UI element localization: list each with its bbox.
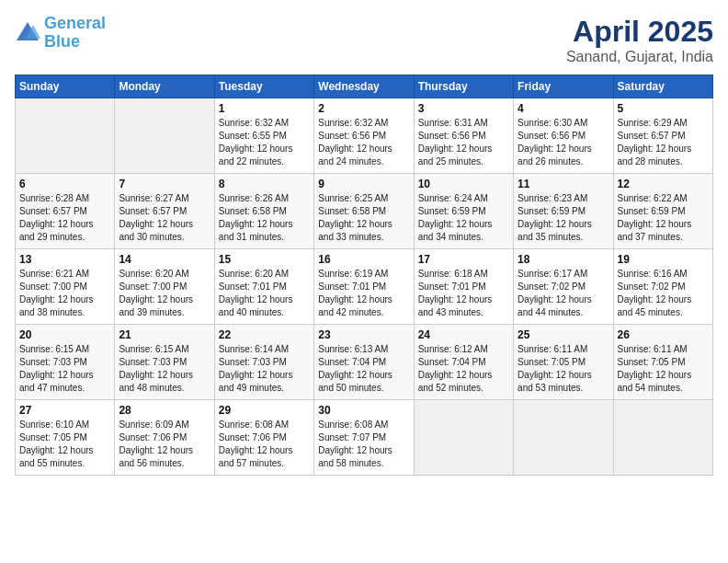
cell-detail: Sunrise: 6:29 AMSunset: 6:57 PMDaylight:… [618, 117, 709, 168]
calendar-table: SundayMondayTuesdayWednesdayThursdayFrid… [15, 75, 713, 476]
cell-detail: Sunrise: 6:31 AMSunset: 6:56 PMDaylight:… [418, 117, 509, 168]
calendar-title: April 2025 [566, 15, 713, 49]
cell-detail: Sunrise: 6:14 AMSunset: 7:03 PMDaylight:… [219, 343, 310, 395]
logo: General Blue [15, 15, 106, 52]
cell-day-number: 22 [219, 328, 310, 341]
calendar-cell: 11Sunrise: 6:23 AMSunset: 6:59 PMDayligh… [514, 174, 613, 249]
calendar-cell: 19Sunrise: 6:16 AMSunset: 7:02 PMDayligh… [613, 249, 712, 325]
page-header: General Blue April 2025 Sanand, Gujarat,… [15, 15, 713, 65]
cell-day-number: 6 [19, 178, 110, 190]
cell-detail: Sunrise: 6:28 AMSunset: 6:57 PMDaylight:… [19, 192, 110, 244]
header-row: SundayMondayTuesdayWednesdayThursdayFrid… [16, 75, 713, 98]
cell-detail: Sunrise: 6:32 AMSunset: 6:56 PMDaylight:… [318, 117, 409, 168]
cell-detail: Sunrise: 6:09 AMSunset: 7:06 PMDaylight:… [119, 419, 210, 470]
calendar-cell: 17Sunrise: 6:18 AMSunset: 7:01 PMDayligh… [414, 249, 513, 325]
cell-detail: Sunrise: 6:11 AMSunset: 7:05 PMDaylight:… [518, 343, 609, 395]
calendar-header: SundayMondayTuesdayWednesdayThursdayFrid… [16, 75, 713, 98]
calendar-cell: 5Sunrise: 6:29 AMSunset: 6:57 PMDaylight… [613, 98, 712, 174]
cell-detail: Sunrise: 6:15 AMSunset: 7:03 PMDaylight:… [19, 343, 110, 395]
calendar-week-row: 27Sunrise: 6:10 AMSunset: 7:05 PMDayligh… [16, 400, 713, 476]
calendar-cell: 24Sunrise: 6:12 AMSunset: 7:04 PMDayligh… [414, 325, 513, 400]
cell-day-number: 11 [518, 178, 609, 190]
calendar-cell: 16Sunrise: 6:19 AMSunset: 7:01 PMDayligh… [314, 249, 414, 325]
calendar-cell: 14Sunrise: 6:20 AMSunset: 7:00 PMDayligh… [115, 249, 214, 325]
cell-detail: Sunrise: 6:20 AMSunset: 7:00 PMDaylight:… [119, 268, 210, 319]
calendar-cell [16, 98, 115, 174]
cell-day-number: 5 [618, 102, 709, 115]
cell-day-number: 15 [219, 253, 310, 266]
calendar-cell: 12Sunrise: 6:22 AMSunset: 6:59 PMDayligh… [613, 174, 712, 249]
cell-day-number: 18 [518, 253, 609, 266]
cell-day-number: 10 [418, 178, 509, 190]
calendar-cell: 4Sunrise: 6:30 AMSunset: 6:56 PMDaylight… [514, 98, 613, 174]
cell-day-number: 27 [19, 404, 110, 417]
cell-day-number: 8 [219, 178, 310, 190]
calendar-cell: 26Sunrise: 6:11 AMSunset: 7:05 PMDayligh… [613, 325, 712, 400]
calendar-body: 1Sunrise: 6:32 AMSunset: 6:55 PMDaylight… [16, 98, 713, 476]
cell-detail: Sunrise: 6:20 AMSunset: 7:01 PMDaylight:… [219, 268, 310, 319]
calendar-week-row: 13Sunrise: 6:21 AMSunset: 7:00 PMDayligh… [16, 249, 713, 325]
calendar-cell [514, 400, 613, 476]
weekday-header: Tuesday [214, 75, 313, 98]
cell-detail: Sunrise: 6:16 AMSunset: 7:02 PMDaylight:… [618, 268, 709, 319]
cell-day-number: 29 [219, 404, 310, 417]
title-block: April 2025 Sanand, Gujarat, India [566, 15, 713, 65]
cell-day-number: 28 [119, 404, 210, 417]
calendar-cell: 25Sunrise: 6:11 AMSunset: 7:05 PMDayligh… [514, 325, 613, 400]
calendar-cell: 10Sunrise: 6:24 AMSunset: 6:59 PMDayligh… [414, 174, 513, 249]
calendar-cell: 15Sunrise: 6:20 AMSunset: 7:01 PMDayligh… [214, 249, 313, 325]
cell-detail: Sunrise: 6:08 AMSunset: 7:07 PMDaylight:… [318, 419, 409, 470]
cell-day-number: 14 [119, 253, 210, 266]
logo-text: General Blue [44, 15, 106, 52]
cell-detail: Sunrise: 6:19 AMSunset: 7:01 PMDaylight:… [318, 268, 409, 319]
cell-day-number: 23 [318, 328, 409, 341]
cell-detail: Sunrise: 6:30 AMSunset: 6:56 PMDaylight:… [518, 117, 609, 168]
cell-detail: Sunrise: 6:23 AMSunset: 6:59 PMDaylight:… [518, 192, 609, 244]
weekday-header: Wednesday [314, 75, 414, 98]
calendar-cell: 13Sunrise: 6:21 AMSunset: 7:00 PMDayligh… [16, 249, 115, 325]
cell-day-number: 19 [618, 253, 709, 266]
cell-day-number: 1 [219, 102, 310, 115]
weekday-header: Thursday [414, 75, 513, 98]
cell-day-number: 21 [119, 328, 210, 341]
cell-day-number: 25 [518, 328, 609, 341]
weekday-header: Saturday [613, 75, 712, 98]
calendar-subtitle: Sanand, Gujarat, India [566, 49, 713, 65]
cell-detail: Sunrise: 6:32 AMSunset: 6:55 PMDaylight:… [219, 117, 310, 168]
cell-day-number: 20 [19, 328, 110, 341]
calendar-cell: 7Sunrise: 6:27 AMSunset: 6:57 PMDaylight… [115, 174, 214, 249]
cell-detail: Sunrise: 6:21 AMSunset: 7:00 PMDaylight:… [19, 268, 110, 319]
cell-day-number: 24 [418, 328, 509, 341]
calendar-cell: 29Sunrise: 6:08 AMSunset: 7:06 PMDayligh… [214, 400, 313, 476]
cell-detail: Sunrise: 6:15 AMSunset: 7:03 PMDaylight:… [119, 343, 210, 395]
cell-day-number: 26 [618, 328, 709, 341]
calendar-cell: 6Sunrise: 6:28 AMSunset: 6:57 PMDaylight… [16, 174, 115, 249]
cell-detail: Sunrise: 6:11 AMSunset: 7:05 PMDaylight:… [618, 343, 709, 395]
calendar-cell: 28Sunrise: 6:09 AMSunset: 7:06 PMDayligh… [115, 400, 214, 476]
cell-day-number: 16 [318, 253, 409, 266]
calendar-cell: 21Sunrise: 6:15 AMSunset: 7:03 PMDayligh… [115, 325, 214, 400]
cell-detail: Sunrise: 6:17 AMSunset: 7:02 PMDaylight:… [518, 268, 609, 319]
cell-detail: Sunrise: 6:10 AMSunset: 7:05 PMDaylight:… [19, 419, 110, 470]
cell-day-number: 4 [518, 102, 609, 115]
calendar-cell: 23Sunrise: 6:13 AMSunset: 7:04 PMDayligh… [314, 325, 414, 400]
cell-day-number: 2 [318, 102, 409, 115]
calendar-cell: 2Sunrise: 6:32 AMSunset: 6:56 PMDaylight… [314, 98, 414, 174]
weekday-header: Friday [514, 75, 613, 98]
calendar-week-row: 6Sunrise: 6:28 AMSunset: 6:57 PMDaylight… [16, 174, 713, 249]
calendar-cell: 3Sunrise: 6:31 AMSunset: 6:56 PMDaylight… [414, 98, 513, 174]
logo-line1: General [44, 14, 106, 32]
calendar-cell: 20Sunrise: 6:15 AMSunset: 7:03 PMDayligh… [16, 325, 115, 400]
cell-day-number: 7 [119, 178, 210, 190]
cell-detail: Sunrise: 6:08 AMSunset: 7:06 PMDaylight:… [219, 419, 310, 470]
cell-day-number: 3 [418, 102, 509, 115]
calendar-cell: 1Sunrise: 6:32 AMSunset: 6:55 PMDaylight… [214, 98, 313, 174]
calendar-cell [613, 400, 712, 476]
cell-day-number: 30 [318, 404, 409, 417]
cell-detail: Sunrise: 6:13 AMSunset: 7:04 PMDaylight:… [318, 343, 409, 395]
weekday-header: Monday [115, 75, 214, 98]
cell-day-number: 17 [418, 253, 509, 266]
calendar-cell [414, 400, 513, 476]
cell-day-number: 9 [318, 178, 409, 190]
cell-detail: Sunrise: 6:18 AMSunset: 7:01 PMDaylight:… [418, 268, 509, 319]
